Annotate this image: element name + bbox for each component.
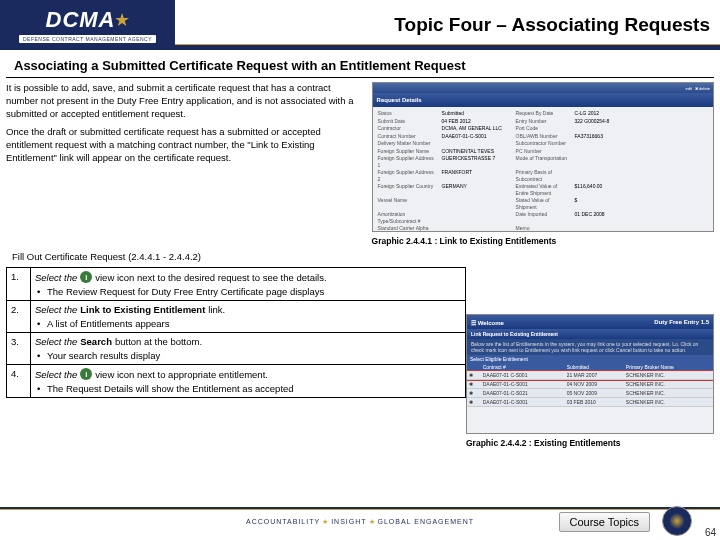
paragraph-1: It is possible to add, save, and submit … [6, 82, 366, 120]
page-title: Topic Four – Associating Requests [175, 14, 720, 36]
step-cell: Select the i view icon next to the desir… [31, 268, 466, 301]
intro-text: It is possible to add, save, and submit … [6, 82, 366, 246]
header-divider [175, 44, 720, 50]
logo: DCMA ★ DEFENSE CONTRACT MANAGEMENT AGENC… [0, 0, 175, 50]
screenshot-link-entitlement: ☰ WelcomeDuty Free Entry 1.5 Link Reques… [466, 314, 714, 434]
logo-text: DCMA [46, 7, 116, 33]
graphic1-caption: Graphic 2.4.4.1 : Link to Existing Entit… [372, 234, 714, 246]
logo-subtext: DEFENSE CONTRACT MANAGEMENT AGENCY [19, 35, 156, 43]
header: DCMA ★ DEFENSE CONTRACT MANAGEMENT AGENC… [0, 0, 720, 50]
graphic2-caption: Graphic 2.4.4.2 : Existing Entitlements [466, 436, 714, 448]
course-topics-button[interactable]: Course Topics [559, 512, 651, 532]
view-icon: i [80, 368, 92, 380]
paragraph-2: Once the draft or submitted certificate … [6, 126, 366, 164]
footer-divider [0, 507, 720, 510]
section-subtitle: Associating a Submitted Certificate Requ… [6, 52, 714, 78]
step-num: 1. [7, 268, 31, 301]
entitlement-table: Contract #SubmittedPrimary Broker Name ✱… [467, 363, 713, 407]
steps-table: 1. Select the i view icon next to the de… [6, 267, 466, 398]
steps-header: Fill Out Certificate Request (2.4.4.1 - … [6, 248, 714, 265]
screenshot-request-details: edit✖ delete Request Details StatusSubmi… [372, 82, 714, 232]
agency-seal-icon [662, 506, 692, 536]
logo-star-icon: ★ [114, 9, 130, 31]
view-icon: i [80, 271, 92, 283]
page-number: 64 [705, 527, 716, 538]
